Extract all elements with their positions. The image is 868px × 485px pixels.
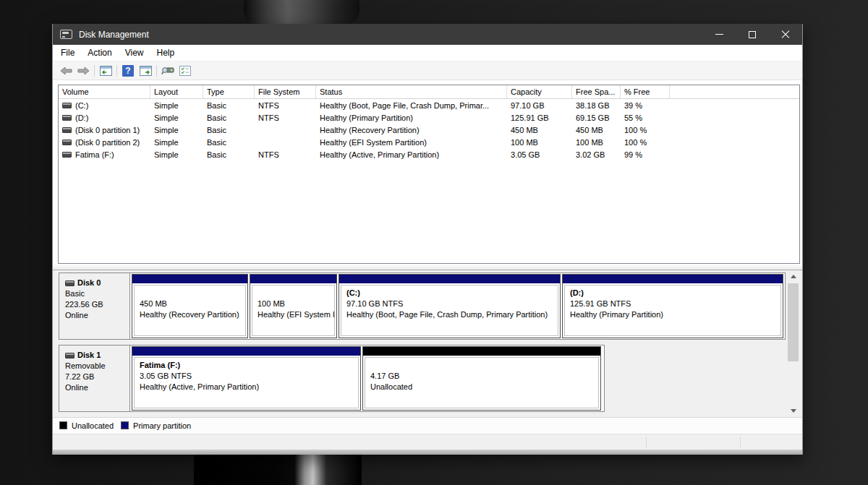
column-header[interactable]: Volume [59, 85, 150, 98]
disk-info-panel[interactable]: Disk 0 Basic 223.56 GB Online [59, 273, 130, 339]
legend-bar: Unallocated Primary partition [53, 417, 802, 433]
titlebar[interactable]: Disk Management [53, 24, 802, 45]
column-header[interactable]: % Free [621, 85, 670, 98]
help-button[interactable]: ? [119, 63, 137, 79]
partition-blocks: 450 MB Healthy (Recovery Partition) 100 … [130, 273, 785, 339]
volume-layout: Simple [150, 113, 203, 122]
partition-name [258, 288, 334, 299]
volume-status: Healthy (Active, Primary Partition) [316, 150, 507, 159]
menu-file[interactable]: File [54, 45, 81, 61]
volume-list-row[interactable]: (Disk 0 partition 1) Simple Basic Health… [59, 124, 799, 136]
volume-filesystem: NTFS [255, 101, 316, 110]
disk-row: Disk 1 Removable 7.22 GB Online Fatima (… [59, 345, 605, 412]
volume-status: Healthy (Primary Partition) [316, 113, 507, 122]
checklist-button[interactable] [176, 63, 194, 79]
partition-size: 4.17 GB [370, 371, 598, 382]
partition-block[interactable]: Fatima (F:) 3.05 GB NTFS Healthy (Active… [132, 346, 361, 411]
partition-block[interactable]: (D:) 125.91 GB NTFS Healthy (Primary Par… [562, 274, 783, 338]
minimize-button[interactable] [702, 24, 736, 45]
volume-list-row[interactable]: Fatima (F:) Simple Basic NTFS Healthy (A… [59, 148, 799, 160]
forward-button[interactable] [75, 63, 92, 79]
partition-block[interactable]: 4.17 GB Unallocated [362, 346, 601, 411]
disk-name: Disk 1 [77, 350, 101, 361]
drive-icon [62, 127, 72, 133]
show-action-pane-button[interactable] [137, 63, 154, 79]
menu-view[interactable]: View [119, 45, 150, 61]
partition-label: (C:) 97.10 GB NTFS Healthy (Boot, Page F… [341, 285, 558, 336]
partition-label: Fatima (F:) 3.05 GB NTFS Healthy (Active… [134, 357, 359, 408]
partition-name: (D:) [570, 288, 780, 299]
column-header[interactable]: Type [203, 85, 255, 98]
menu-action[interactable]: Action [81, 45, 118, 61]
maximize-icon [749, 31, 756, 38]
column-header[interactable]: Capacity [507, 85, 572, 98]
partition-size: 97.10 GB NTFS [346, 299, 558, 309]
partition-size: 450 MB [140, 299, 245, 309]
scroll-down-button[interactable] [787, 405, 799, 417]
forward-icon [77, 66, 90, 75]
volume-name: (D:) [75, 113, 88, 122]
volume-list-header: VolumeLayoutTypeFile SystemStatusCapacit… [59, 85, 799, 99]
volume-list-row[interactable]: (Disk 0 partition 2) Simple Basic Health… [59, 136, 799, 148]
partition-status: Healthy (Primary Partition) [570, 309, 780, 320]
volume-list-row[interactable]: (D:) Simple Basic NTFS Healthy (Primary … [59, 111, 799, 124]
legend-label: Unallocated [72, 421, 114, 430]
partition-label: 450 MB Healthy (Recovery Partition) [134, 285, 246, 336]
partition-name: Fatima (F:) [140, 360, 358, 371]
partition-block[interactable]: 100 MB Healthy (EFI System Partition) [250, 274, 337, 338]
show-console-tree-button[interactable] [97, 63, 114, 79]
column-header[interactable] [670, 85, 799, 98]
scroll-down-icon [791, 409, 796, 413]
volume-name: (Disk 0 partition 2) [75, 138, 140, 147]
partition-label: 100 MB Healthy (EFI System Partition) [252, 285, 335, 336]
checklist-icon [179, 66, 191, 76]
volume-status: Healthy (Recovery Partition) [316, 126, 507, 134]
scroll-up-button[interactable] [787, 270, 799, 283]
back-button[interactable] [57, 63, 75, 79]
partition-name: (C:) [346, 288, 558, 299]
show-console-tree-icon [100, 66, 112, 76]
legend-swatch [121, 421, 129, 429]
partition-color-bar [132, 347, 360, 356]
scrollbar-thumb[interactable] [788, 283, 799, 361]
volume-free-space: 100 MB [572, 138, 621, 147]
drive-icon [62, 152, 72, 158]
menu-help[interactable]: Help [150, 45, 182, 61]
disk-info-panel[interactable]: Disk 1 Removable 7.22 GB Online [59, 345, 130, 411]
partition-label: (D:) 125.91 GB NTFS Healthy (Primary Par… [564, 285, 781, 336]
volume-type: Basic [203, 126, 255, 134]
volume-capacity: 100 MB [507, 138, 572, 147]
partition-block[interactable]: (C:) 97.10 GB NTFS Healthy (Boot, Page F… [339, 274, 561, 338]
partition-size: 125.91 GB NTFS [570, 299, 780, 309]
column-header[interactable]: Free Spa... [572, 85, 621, 98]
partition-name [140, 288, 245, 299]
partition-block[interactable]: 450 MB Healthy (Recovery Partition) [132, 274, 248, 338]
window-resize-frame[interactable] [53, 450, 802, 455]
disk-size: 223.56 GB [65, 299, 129, 310]
volume-list-row[interactable]: (C:) Simple Basic NTFS Healthy (Boot, Pa… [59, 99, 799, 111]
volume-free-space: 3.02 GB [572, 150, 621, 159]
volume-layout: Simple [150, 150, 203, 159]
legend-label: Primary partition [133, 421, 191, 430]
volume-capacity: 125.91 GB [507, 113, 572, 122]
partition-blocks: Fatima (F:) 3.05 GB NTFS Healthy (Active… [130, 345, 604, 411]
partition-name [370, 360, 598, 371]
disk-row: Disk 0 Basic 223.56 GB Online 450 MB Hea… [59, 272, 786, 340]
help-icon: ? [122, 65, 134, 77]
column-header[interactable]: Layout [150, 85, 203, 98]
properties-icon [161, 66, 174, 76]
legend-item: Unallocated [59, 421, 114, 430]
pane-splitter[interactable] [53, 264, 802, 270]
column-header[interactable]: Status [316, 85, 507, 98]
toolbar-separator [156, 65, 157, 77]
maximize-button[interactable] [736, 24, 769, 45]
disk-state: Online [65, 310, 129, 321]
volume-free-space: 38.18 GB [572, 101, 621, 110]
disk-management-window: Disk Management FileActionViewHelp [52, 24, 803, 455]
properties-button[interactable] [159, 63, 176, 79]
close-button[interactable] [769, 24, 802, 45]
vertical-scrollbar[interactable] [787, 270, 799, 417]
partition-color-bar [250, 275, 336, 283]
column-header[interactable]: File System [255, 85, 316, 98]
disk-name: Disk 0 [77, 278, 101, 288]
